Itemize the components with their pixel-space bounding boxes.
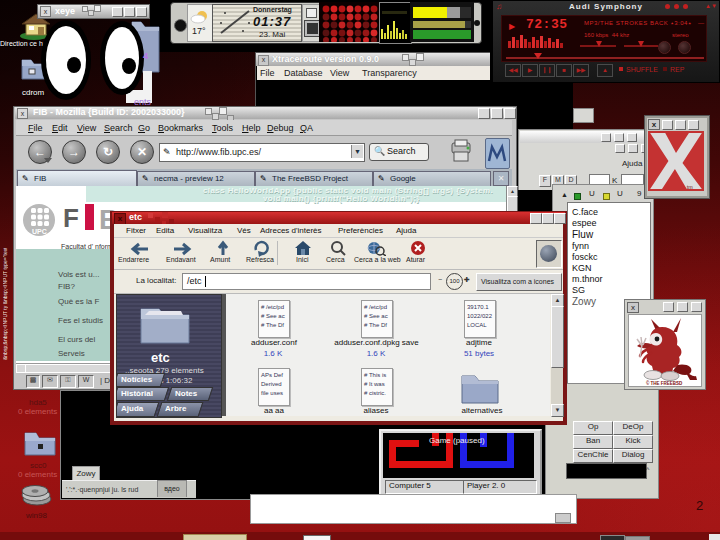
svg-text:tm: tm [687,184,693,190]
svg-text:© THE FREEBSD: © THE FREEBSD [646,380,683,386]
svg-text:F: F [63,203,79,233]
svg-text:UPC: UPC [32,228,47,235]
